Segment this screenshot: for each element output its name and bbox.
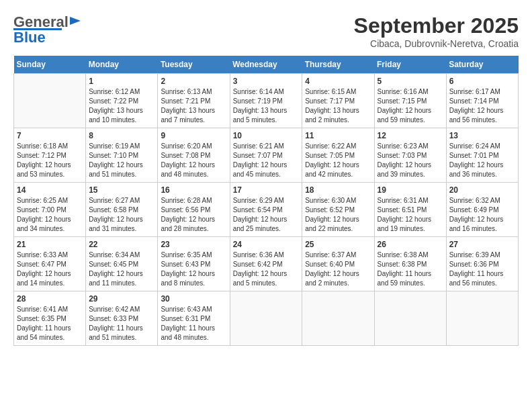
day-info-line: Daylight: 13 hours	[161, 107, 215, 114]
calendar-day-cell: 4Sunrise: 6:15 AMSunset: 7:17 PMDaylight…	[302, 74, 374, 128]
day-info-line: Daylight: 12 hours	[17, 216, 71, 223]
day-info-line: Sunset: 7:19 PM	[233, 97, 283, 105]
day-info-line: Daylight: 12 hours	[449, 107, 504, 114]
day-info-line: and 53 minutes.	[17, 171, 64, 178]
day-info: Sunrise: 6:20 AMSunset: 7:08 PMDaylight:…	[161, 142, 226, 179]
day-number: 29	[89, 294, 154, 304]
day-info-line: Sunrise: 6:18 AM	[17, 142, 68, 150]
day-info: Sunrise: 6:30 AMSunset: 6:52 PMDaylight:…	[305, 196, 371, 234]
day-info: Sunrise: 6:42 AMSunset: 6:33 PMDaylight:…	[89, 305, 154, 342]
day-info-line: Daylight: 11 hours	[17, 324, 71, 332]
day-number: 27	[449, 240, 515, 249]
day-info: Sunrise: 6:21 AMSunset: 7:07 PMDaylight:…	[233, 142, 300, 179]
day-info-line: and 19 minutes.	[378, 225, 425, 232]
day-info: Sunrise: 6:27 AMSunset: 6:58 PMDaylight:…	[89, 196, 154, 234]
calendar-day-cell: 28Sunrise: 6:41 AMSunset: 6:35 PMDayligh…	[14, 291, 86, 346]
day-info: Sunrise: 6:17 AMSunset: 7:14 PMDaylight:…	[449, 87, 515, 125]
day-info-line: and 2 minutes.	[305, 279, 349, 287]
day-info-line: Sunset: 7:03 PM	[378, 152, 427, 159]
day-info-line: and 59 minutes.	[378, 279, 425, 287]
day-number: 14	[17, 185, 83, 195]
day-info-line: Sunrise: 6:23 AM	[378, 142, 429, 150]
calendar-day-cell: 27Sunrise: 6:39 AMSunset: 6:36 PMDayligh…	[446, 237, 518, 291]
calendar-header-saturday: Saturday	[446, 56, 518, 74]
day-number: 2	[161, 77, 226, 86]
svg-marker-0	[70, 17, 81, 25]
day-number: 4	[305, 77, 371, 86]
calendar-day-cell: 1Sunrise: 6:12 AMSunset: 7:22 PMDaylight…	[86, 74, 158, 128]
day-info-line: Sunrise: 6:22 AM	[305, 142, 356, 150]
day-info-line: Sunrise: 6:38 AM	[378, 251, 429, 259]
day-info: Sunrise: 6:31 AMSunset: 6:51 PMDaylight:…	[378, 196, 443, 234]
day-info-line: Sunrise: 6:19 AM	[89, 142, 140, 150]
day-info-line: Sunrise: 6:37 AM	[305, 251, 356, 259]
day-info: Sunrise: 6:12 AMSunset: 7:22 PMDaylight:…	[89, 87, 154, 125]
calendar-header-monday: Monday	[86, 56, 158, 74]
calendar-day-cell: 18Sunrise: 6:30 AMSunset: 6:52 PMDayligh…	[302, 183, 374, 237]
day-info-line: Sunset: 7:05 PM	[305, 152, 355, 159]
day-info-line: Daylight: 11 hours	[378, 270, 432, 277]
day-info-line: and 56 minutes.	[449, 116, 497, 124]
day-number: 8	[89, 131, 154, 140]
day-number: 23	[161, 240, 226, 249]
day-info-line: Daylight: 12 hours	[233, 270, 287, 277]
day-info-line: Sunset: 6:56 PM	[161, 206, 210, 214]
day-info: Sunrise: 6:41 AMSunset: 6:35 PMDaylight:…	[17, 305, 83, 342]
calendar-header-row: SundayMondayTuesdayWednesdayThursdayFrid…	[14, 56, 519, 74]
day-info-line: and 36 minutes.	[449, 171, 497, 178]
calendar-day-cell	[302, 291, 374, 346]
day-number: 7	[17, 131, 83, 140]
day-number: 28	[17, 294, 83, 304]
day-info: Sunrise: 6:22 AMSunset: 7:05 PMDaylight:…	[305, 142, 371, 179]
day-info-line: Sunrise: 6:42 AM	[89, 306, 140, 313]
day-info-line: Sunrise: 6:35 AM	[161, 251, 212, 259]
day-number: 16	[161, 185, 226, 195]
day-info-line: Sunrise: 6:36 AM	[233, 251, 284, 259]
day-number: 5	[378, 77, 443, 86]
day-info: Sunrise: 6:19 AMSunset: 7:10 PMDaylight:…	[89, 142, 154, 179]
day-info-line: Sunrise: 6:20 AM	[161, 142, 212, 150]
day-info-line: and 48 minutes.	[161, 171, 208, 178]
day-info-line: Sunrise: 6:41 AM	[17, 306, 68, 313]
day-info-line: Sunrise: 6:25 AM	[17, 197, 68, 204]
day-number: 17	[233, 185, 300, 195]
day-info-line: Sunset: 6:51 PM	[378, 206, 427, 214]
day-info-line: and 56 minutes.	[449, 279, 497, 287]
day-number: 30	[161, 294, 226, 304]
day-number: 11	[305, 131, 371, 140]
day-info-line: Daylight: 12 hours	[378, 216, 432, 223]
day-info-line: and 5 minutes.	[233, 279, 277, 287]
calendar-day-cell: 29Sunrise: 6:42 AMSunset: 6:33 PMDayligh…	[86, 291, 158, 346]
calendar-day-cell: 14Sunrise: 6:25 AMSunset: 7:00 PMDayligh…	[14, 183, 86, 237]
day-info-line: Sunset: 6:43 PM	[161, 261, 210, 268]
calendar-day-cell: 7Sunrise: 6:18 AMSunset: 7:12 PMDaylight…	[14, 128, 86, 183]
day-info-line: Daylight: 11 hours	[161, 324, 215, 332]
day-info: Sunrise: 6:34 AMSunset: 6:45 PMDaylight:…	[89, 250, 154, 288]
day-info-line: Daylight: 12 hours	[305, 161, 359, 169]
calendar-day-cell: 9Sunrise: 6:20 AMSunset: 7:08 PMDaylight…	[158, 128, 230, 183]
day-number: 3	[233, 77, 300, 86]
day-info-line: Sunset: 6:35 PM	[17, 315, 66, 322]
day-info-line: Daylight: 12 hours	[305, 216, 359, 223]
calendar-day-cell: 15Sunrise: 6:27 AMSunset: 6:58 PMDayligh…	[86, 183, 158, 237]
calendar-day-cell: 12Sunrise: 6:23 AMSunset: 7:03 PMDayligh…	[374, 128, 446, 183]
day-number: 21	[17, 240, 83, 249]
day-info-line: and 11 minutes.	[89, 279, 136, 287]
day-info-line: Sunset: 7:00 PM	[17, 206, 66, 214]
day-info-line: and 10 minutes.	[89, 116, 136, 124]
day-info-line: Daylight: 11 hours	[89, 324, 143, 332]
day-info-line: Daylight: 12 hours	[89, 270, 143, 277]
day-info: Sunrise: 6:29 AMSunset: 6:54 PMDaylight:…	[233, 196, 300, 234]
day-info-line: Sunset: 6:33 PM	[89, 315, 138, 322]
month-title: September 2025	[354, 13, 519, 38]
day-number: 6	[449, 77, 515, 86]
day-info-line: and 7 minutes.	[161, 116, 205, 124]
day-number: 26	[378, 240, 443, 249]
day-number: 12	[378, 131, 443, 140]
day-number: 20	[449, 185, 515, 195]
day-info-line: and 31 minutes.	[89, 225, 136, 232]
day-info: Sunrise: 6:18 AMSunset: 7:12 PMDaylight:…	[17, 142, 83, 179]
day-info-line: Daylight: 12 hours	[161, 161, 215, 169]
calendar-header-thursday: Thursday	[302, 56, 374, 74]
day-info-line: Sunset: 6:31 PM	[161, 315, 210, 322]
